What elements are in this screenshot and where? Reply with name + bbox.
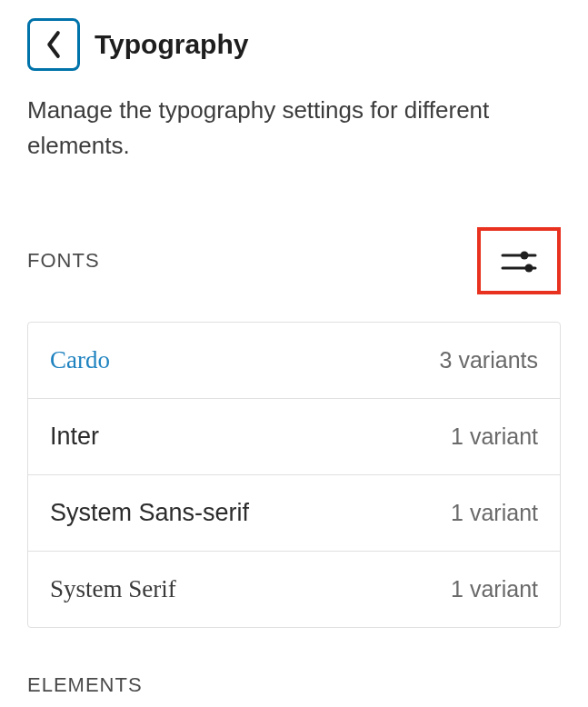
elements-section-label: ELEMENTS bbox=[27, 673, 561, 697]
chevron-left-icon bbox=[45, 30, 63, 59]
font-variants: 1 variant bbox=[451, 576, 538, 602]
svg-point-3 bbox=[525, 264, 533, 273]
font-name: Cardo bbox=[50, 346, 110, 374]
font-row[interactable]: System Sans-serif 1 variant bbox=[28, 475, 560, 552]
font-settings-button[interactable] bbox=[477, 227, 561, 294]
font-variants: 1 variant bbox=[451, 500, 538, 526]
fonts-section-header: FONTS bbox=[27, 227, 561, 294]
font-row[interactable]: Inter 1 variant bbox=[28, 399, 560, 475]
font-name: Inter bbox=[50, 423, 99, 451]
page-title: Typography bbox=[95, 29, 248, 60]
page-description: Manage the typography settings for diffe… bbox=[27, 93, 561, 164]
font-row[interactable]: System Serif 1 variant bbox=[28, 552, 560, 627]
font-name: System Serif bbox=[50, 575, 176, 603]
font-variants: 3 variants bbox=[440, 347, 538, 373]
font-name: System Sans-serif bbox=[50, 499, 249, 527]
font-variants: 1 variant bbox=[451, 423, 538, 450]
sliders-icon bbox=[499, 246, 539, 275]
header-row: Typography bbox=[27, 18, 561, 71]
font-row[interactable]: Cardo 3 variants bbox=[28, 323, 560, 399]
back-button[interactable] bbox=[27, 18, 80, 71]
svg-point-1 bbox=[521, 252, 529, 260]
fonts-section-label: FONTS bbox=[27, 249, 100, 273]
font-list: Cardo 3 variants Inter 1 variant System … bbox=[27, 322, 561, 628]
